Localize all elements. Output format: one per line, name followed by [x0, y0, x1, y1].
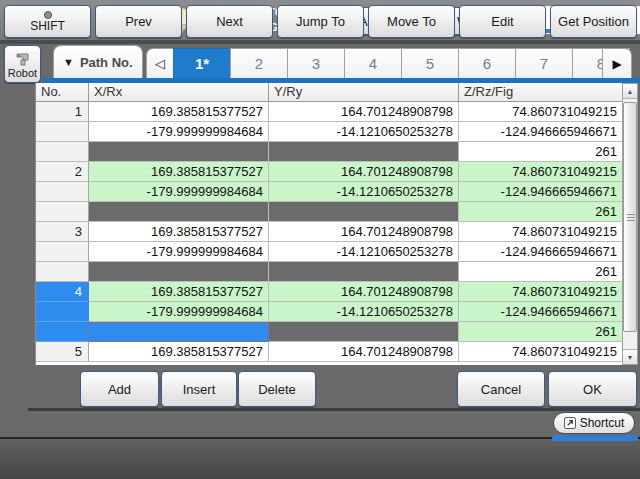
row-number-cell-selected[interactable]: 4	[36, 282, 89, 302]
cell-y[interactable]: 164.701248908798	[269, 102, 459, 122]
robot-panel-button[interactable]: Robot	[4, 45, 41, 83]
row-number-cell-selected[interactable]	[36, 322, 89, 342]
cell-ry[interactable]: -14.1210650253278	[269, 182, 459, 202]
row-number-cell[interactable]: 2	[36, 162, 89, 182]
cell-rz[interactable]: -124.946665946671	[459, 242, 623, 262]
cell-y[interactable]: 164.701248908798	[269, 162, 459, 182]
cell-x[interactable]: 169.385815377527	[89, 162, 269, 182]
get-position-button[interactable]: Get Position	[550, 5, 637, 38]
cell-x[interactable]: 169.385815377527	[89, 222, 269, 242]
scroll-up-arrow[interactable]: ▲	[623, 84, 637, 99]
cell-rx[interactable]: -179.999999984684	[89, 302, 269, 322]
cell-rz[interactable]: -124.946665946671	[459, 302, 623, 322]
cell-fig[interactable]: 261	[459, 202, 623, 222]
cell-y[interactable]: 164.701248908798	[269, 282, 459, 302]
table-scrollbar[interactable]: ▲ ▼	[622, 83, 638, 365]
path-no-label: Path No.	[80, 55, 133, 70]
table-header-row: No. X/Rx Y/Ry Z/Rz/Fig	[36, 83, 622, 102]
tab-path-2[interactable]: 2	[230, 48, 288, 78]
cell-rx[interactable]: -179.999999984684	[89, 182, 269, 202]
cell-y[interactable]: 164.701248908798	[269, 222, 459, 242]
row-number-cell[interactable]	[36, 242, 89, 262]
tab-path-7[interactable]: 7	[515, 48, 573, 78]
cell-ry[interactable]: -14.1210650253278	[269, 122, 459, 142]
teach-pendant-screen: NORMAL TP PRTCT EMG	[0, 0, 640, 479]
path-tab-bar: ▼ Path No. ◁ 1* 2 3 4 5 6 7 8 ▶	[53, 45, 632, 78]
cell-z[interactable]: 74.860731049215	[459, 102, 623, 122]
prev-button[interactable]: Prev	[95, 5, 182, 38]
row-number-cell[interactable]	[36, 122, 89, 142]
shortcut-icon	[564, 417, 576, 429]
panel-separator	[28, 408, 640, 411]
shortcut-button[interactable]: Shortcut	[553, 412, 635, 434]
selected-cell[interactable]	[89, 322, 269, 342]
dropdown-triangle-icon: ▼	[63, 56, 74, 68]
cell-z[interactable]: 74.860731049215	[459, 282, 623, 302]
move-to-button[interactable]: Move To	[368, 5, 455, 38]
shift-button[interactable]: SHIFT	[4, 5, 91, 38]
col-header-zrzfig: Z/Rz/Fig	[459, 83, 623, 102]
bottom-function-bar	[0, 437, 640, 479]
shortcut-label: Shortcut	[580, 416, 625, 430]
table-row: 261	[36, 262, 622, 282]
tab-path-5[interactable]: 5	[401, 48, 459, 78]
cell-ry[interactable]: -14.1210650253278	[269, 302, 459, 322]
delete-button[interactable]: Delete	[238, 371, 316, 407]
cell-x[interactable]: 169.385815377527	[89, 102, 269, 122]
cell-x[interactable]: 169.385815377527	[89, 282, 269, 302]
table-row-selected: 261	[36, 322, 622, 342]
row-number-cell[interactable]: 1	[36, 102, 89, 122]
tab-path-6[interactable]: 6	[458, 48, 516, 78]
tab-path-3[interactable]: 3	[287, 48, 345, 78]
cancel-button[interactable]: Cancel	[457, 371, 545, 407]
insert-button[interactable]: Insert	[161, 371, 237, 407]
tab-path-4[interactable]: 4	[344, 48, 402, 78]
cell-rz[interactable]: -124.946665946671	[459, 182, 623, 202]
tab-scroll-right-button[interactable]: ▶	[602, 48, 632, 78]
cell-rx[interactable]: -179.999999984684	[89, 242, 269, 262]
table-row: -179.999999984684 -14.1210650253278 -124…	[36, 122, 622, 142]
position-table: No. X/Rx Y/Ry Z/Rz/Fig 1 169.38581537752…	[35, 83, 622, 365]
row-number-cell[interactable]	[36, 182, 89, 202]
shortcut-highlight-strip	[552, 435, 638, 441]
next-button[interactable]: Next	[186, 5, 273, 38]
robot-button-label: Robot	[8, 67, 37, 79]
jump-to-button[interactable]: Jump To	[277, 5, 364, 38]
table-row: -179.999999984684 -14.1210650253278 -124…	[36, 242, 622, 262]
row-number-cell[interactable]: 3	[36, 222, 89, 242]
scroll-down-arrow[interactable]: ▼	[623, 349, 637, 364]
cell-x[interactable]: 169.385815377527	[89, 342, 269, 362]
cell-ry[interactable]: -14.1210650253278	[269, 242, 459, 262]
row-number-cell[interactable]	[36, 142, 89, 162]
cell-z[interactable]: 74.860731049215	[459, 162, 623, 182]
table-row: 261	[36, 142, 622, 162]
cell-fig[interactable]: 261	[459, 262, 623, 282]
edit-button[interactable]: Edit	[459, 5, 546, 38]
tab-scroll-left-button[interactable]: ◁	[146, 48, 174, 78]
shift-led-icon	[44, 11, 52, 19]
scrollbar-thumb[interactable]	[623, 102, 637, 332]
add-button[interactable]: Add	[80, 371, 159, 407]
tab-path-1[interactable]: 1*	[173, 48, 231, 78]
ok-button[interactable]: OK	[548, 371, 637, 407]
robot-arm-icon	[13, 52, 33, 67]
filler-cell	[89, 142, 269, 162]
row-number-cell[interactable]	[36, 262, 89, 282]
row-number-cell[interactable]	[36, 202, 89, 222]
cell-z[interactable]: 74.860731049215	[459, 222, 623, 242]
cell-fig[interactable]: 261	[459, 322, 623, 342]
shift-label: SHIFT	[30, 20, 65, 33]
cell-fig[interactable]: 261	[459, 142, 623, 162]
row-number-cell-selected[interactable]	[36, 302, 89, 322]
table-row-selected: 4 169.385815377527 164.701248908798 74.8…	[36, 282, 622, 302]
cell-rx[interactable]: -179.999999984684	[89, 122, 269, 142]
filler-cell	[269, 202, 459, 222]
cell-rz[interactable]: -124.946665946671	[459, 122, 623, 142]
col-header-xrx: X/Rx	[89, 83, 269, 102]
row-number-cell[interactable]: 5	[36, 342, 89, 362]
table-row: -179.999999984684 -14.1210650253278 -124…	[36, 182, 622, 202]
cell-y[interactable]: 164.701248908798	[269, 342, 459, 362]
table-row: 261	[36, 202, 622, 222]
cell-z[interactable]: 74.860731049215	[459, 342, 623, 362]
path-no-dropdown-tab[interactable]: ▼ Path No.	[53, 45, 143, 78]
